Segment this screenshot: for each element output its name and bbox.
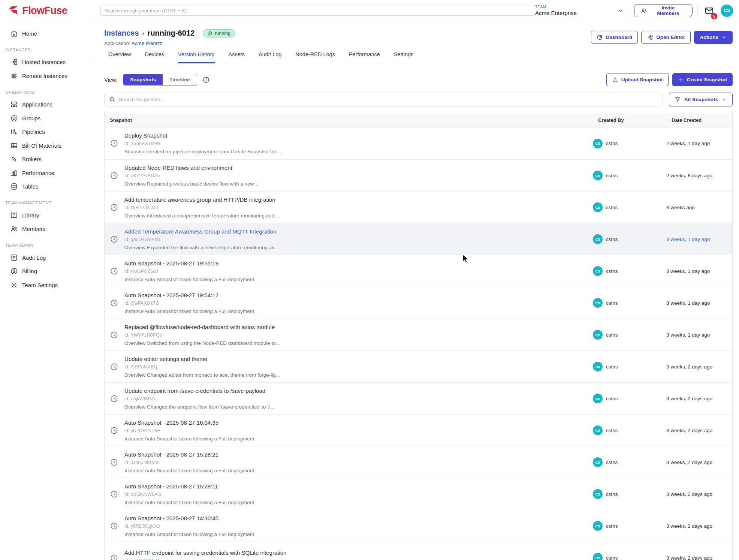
team-name: Acme Enterprise [535, 10, 577, 16]
tab-overview[interactable]: Overview [108, 51, 131, 63]
sidebar-item-label: Applications [22, 101, 52, 108]
breadcrumb-instances-link[interactable]: Instances [104, 29, 139, 37]
sidebar-item-members[interactable]: Members [0, 222, 94, 236]
snapshot-search[interactable] [104, 93, 663, 106]
sidebar-item-performance[interactable]: Performance [0, 166, 94, 180]
creator-name: cstns [606, 268, 618, 274]
clock-icon [110, 490, 118, 499]
snapshot-search-input[interactable] [119, 97, 658, 102]
table-row[interactable]: Add HTTP endpoint for saving credentials… [105, 542, 732, 560]
table-row[interactable]: Updated Node-RED flows and environment i… [105, 159, 732, 191]
global-search[interactable] [100, 6, 536, 16]
tab-assets[interactable]: Assets [229, 51, 245, 63]
sidebar-item-label: Remote Instances [22, 73, 67, 79]
tab-devices[interactable]: Devices [145, 51, 164, 63]
page-title: running-6012 [148, 29, 195, 37]
global-search-input[interactable] [105, 8, 531, 13]
snapshot-description: Overview Switched from using the Node-RE… [124, 340, 281, 346]
table-body: Deploy Snapshot id: X3o6Bw1k9W Snapshot … [105, 127, 732, 560]
snapshot-title: Update editor settings and theme [124, 356, 281, 362]
sidebar-item-tables[interactable]: Tables [0, 180, 94, 194]
snapshot-title: Added Temperature Awareness Group and MQ… [124, 228, 280, 235]
table-row[interactable]: Added Temperature Awareness Group and MQ… [105, 223, 732, 255]
dashboard-button[interactable]: Dashboard [591, 31, 638, 44]
actions-button[interactable]: Actions [694, 31, 733, 44]
open-editor-button[interactable]: Open Editor [641, 31, 691, 44]
tab-version-history[interactable]: Version History [178, 51, 215, 63]
table-row[interactable]: Auto Snapshot - 2025-08-27 16:04:35 id: … [105, 414, 732, 446]
view-toggle-option-snapshots[interactable]: Snapshots [123, 74, 163, 85]
sidebar-item-brokers[interactable]: Brokers [0, 153, 94, 166]
table-row[interactable]: Update editor settings and theme id: AlR… [105, 350, 732, 382]
sidebar-item-label: Tables [22, 183, 38, 190]
snapshot-cell: Added Temperature Awareness Group and MQ… [105, 223, 593, 255]
created-by-cell: CS cstns [593, 160, 666, 191]
snapshot-actions: Upload Snapshot Create Snapshot [606, 73, 733, 86]
view-toggle-option-timeline[interactable]: Timeline [163, 74, 197, 85]
tab-node-red-logs[interactable]: Node-RED Logs [295, 51, 335, 63]
created-by-cell: CS cstns [593, 478, 666, 510]
clock-icon [110, 203, 118, 212]
table-row[interactable]: Auto Snapshot - 2025-08-27 15:28:11 id: … [105, 478, 732, 510]
sidebar-item-home[interactable]: Home [0, 27, 94, 40]
snapshot-id: id: ga0D4W0Pb8 [124, 237, 280, 242]
page-head: Instances › running-6012 running Applica… [94, 21, 739, 46]
snapshot-description: Instance Auto Snapshot taken following a… [124, 468, 254, 473]
snapshot-cell: Auto Snapshot - 2025-08-27 15:28:11 id: … [105, 478, 593, 510]
pie-chart-icon [597, 34, 603, 40]
created-by-cell: CS cstns [593, 415, 666, 446]
snapshot-text: Replaced @flowfuse/node-red-dashboard wi… [124, 324, 281, 346]
table-row[interactable]: Auto Snapshot - 2025-08-27 15:28:21 id: … [105, 446, 732, 478]
snapshot-id: id: aKZPYvEDAn [124, 173, 259, 178]
notifications-button[interactable]: 5 [704, 6, 714, 16]
flowfuse-logo[interactable]: FlowFuse [7, 5, 67, 16]
snapshot-title: Auto Snapshot - 2025-08-27 15:28:21 [124, 451, 254, 458]
bom-icon [10, 142, 18, 150]
info-icon[interactable] [202, 76, 210, 84]
sidebar-item-bill-of-materials[interactable]: Bill Of Materials [0, 139, 94, 153]
sidebar-item-groups[interactable]: Groups [0, 111, 94, 125]
sidebar-item-team-settings[interactable]: Team Settings [0, 278, 94, 292]
sidebar-item-library[interactable]: Library [0, 208, 94, 222]
upload-snapshot-button[interactable]: Upload Snapshot [606, 73, 669, 86]
sidebar-item-billing[interactable]: Billing [0, 265, 94, 279]
snapshot-id: id: nMGP0jZ6dJ [124, 269, 254, 274]
snapshot-id: id: AlRPoMX61j [124, 364, 281, 370]
tab-performance[interactable]: Performance [349, 51, 380, 63]
table-row[interactable]: Update endpoint from /save-credentials t… [105, 382, 732, 414]
sidebar-section: Home [0, 27, 94, 40]
create-snapshot-button[interactable]: Create Snapshot [672, 73, 733, 86]
team-selector[interactable]: TEAM: Acme Enterprise [535, 5, 624, 16]
sidebar-item-audit-log[interactable]: Audit Log [0, 251, 94, 265]
date-created-cell: 3 weeks, 2 days ago [666, 415, 732, 446]
user-avatar[interactable]: CS [721, 4, 733, 17]
sidebar-item-applications[interactable]: Applications [0, 98, 94, 112]
created-by-cell: CS cstns [593, 383, 666, 414]
snapshot-text: Auto Snapshot - 2025-08-27 15:28:21 id: … [124, 451, 254, 473]
flowfuse-logo-icon [7, 5, 19, 16]
dashboard-label: Dashboard [606, 34, 633, 40]
table-row[interactable]: Deploy Snapshot id: X3o6Bw1k9W Snapshot … [105, 127, 732, 159]
application-link[interactable]: Acme Plantzz [132, 40, 163, 46]
table-row[interactable]: Auto Snapshot - 2025-08-27 14:30:45 id: … [105, 510, 732, 542]
tab-audit-log[interactable]: Audit Log [259, 51, 281, 63]
table-row[interactable]: Auto Snapshot - 2025-08-27 19:54:12 id: … [105, 287, 732, 319]
creator-name: cstns [606, 300, 618, 306]
table-row[interactable]: Replaced @flowfuse/node-red-dashboard wi… [105, 319, 732, 350]
created-by-cell: CS cstns [593, 446, 666, 478]
snapshot-text: Add temperature awareness group and HTTP… [124, 196, 279, 219]
snapshot-description: Overview Introduced a comprehensive temp… [124, 213, 279, 219]
application-line: Application: Acme Plantzz [104, 40, 235, 46]
table-row[interactable]: Add temperature awareness group and HTTP… [105, 191, 732, 223]
date-created-cell: 3 weeks, 2 days ago [666, 510, 732, 542]
sidebar-item-hosted-instances[interactable]: Hosted Instances [0, 55, 94, 69]
tab-settings[interactable]: Settings [394, 51, 413, 63]
invite-members-button[interactable]: Invite Members [634, 4, 693, 17]
date-created-cell: 3 weeks, 2 days ago [666, 542, 732, 560]
table-row[interactable]: Auto Snapshot - 2025-08-27 19:55:19 id: … [105, 255, 732, 287]
snapshot-filter-dropdown[interactable]: All Snapshots [669, 93, 733, 106]
sidebar-item-remote-instances[interactable]: Remote Instances [0, 69, 94, 83]
status-badge: running [203, 29, 235, 37]
sidebar-item-pipelines[interactable]: Pipelines [0, 125, 94, 139]
snapshot-filter-label: All Snapshots [684, 97, 718, 102]
